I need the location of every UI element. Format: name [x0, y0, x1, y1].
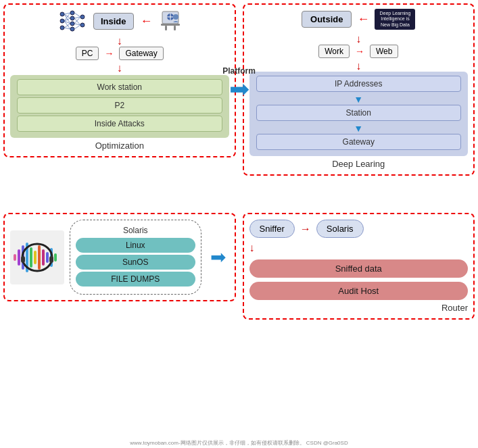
audit-host-label: Audit Host	[338, 286, 379, 296]
pc-box: PC	[76, 47, 99, 60]
sunos-item: SunOS	[76, 255, 195, 270]
svg-point-2	[60, 26, 64, 30]
pc-gateway-row: PC → Gateway	[76, 47, 164, 60]
work-station-label: Work station	[97, 82, 142, 92]
svg-line-23	[74, 25, 80, 29]
dl-down-arrow-1: ↓	[356, 34, 361, 45]
bottom-right-arrow-icon: ➡	[210, 246, 226, 268]
platform-arrow-container: Platform ➡	[222, 66, 256, 101]
file-dumps-item: FILE DUMPS	[76, 272, 195, 287]
audit-host-item: Audit Host	[249, 282, 469, 300]
solaris-section: Solaris Linux SunOS FILE DUMPS	[70, 220, 201, 295]
outside-label: Outside	[310, 14, 343, 24]
arrow-left-icon: ←	[141, 14, 153, 28]
deep-learning-panel: Outside ← Deep Learning Intelligence is …	[243, 3, 475, 176]
work-web-row: Work → Web	[318, 45, 398, 58]
sniff-down-arrow: ↓	[249, 242, 469, 254]
work-station-item: Work station	[17, 79, 222, 95]
svg-rect-43	[54, 253, 57, 262]
web-box: Web	[370, 45, 398, 58]
station-item: Station	[256, 105, 462, 121]
blue-down-arrow-1: ▼	[256, 94, 462, 105]
dl-down-arrow-2: ↓	[356, 61, 361, 72]
sniffer-label: Sniffer	[260, 224, 285, 234]
web-label: Web	[376, 47, 392, 56]
work-box: Work	[318, 45, 350, 58]
gateway-deep-label: Gateway	[343, 137, 375, 147]
gateway-label: Gateway	[125, 49, 157, 58]
solaris-right-box: Solaris	[316, 220, 364, 238]
inside-box: Inside	[93, 13, 134, 30]
svg-rect-39	[38, 245, 41, 270]
solaris-panel: Solaris Linux SunOS FILE DUMPS ➡	[3, 213, 236, 301]
down-arrow-2: ↓	[117, 63, 122, 74]
svg-rect-34	[18, 249, 20, 266]
svg-point-3	[70, 11, 74, 15]
inside-attacks-item: Inside Attacks	[17, 116, 222, 132]
linux-item: Linux	[76, 238, 195, 253]
green-section: Work station P2 Inside Attacks	[10, 75, 229, 138]
optimization-label: Optimization	[95, 141, 144, 151]
gateway-item: Gateway	[256, 134, 462, 150]
outside-box: Outside	[302, 11, 352, 28]
dl-logo-line1: Deep Learning	[378, 11, 412, 16]
outside-arrow-icon: ←	[357, 12, 369, 26]
p2-label: P2	[114, 101, 124, 110]
svg-line-18	[74, 13, 80, 17]
svg-point-1	[60, 19, 64, 23]
svg-rect-30	[174, 26, 176, 30]
sniffer-arrow-icon: →	[300, 223, 311, 235]
deep-learning-label: Deep Learing	[332, 159, 385, 169]
solaris-right-label: Solaris	[327, 224, 354, 234]
solaris-title: Solaris	[123, 226, 148, 235]
work-label: Work	[325, 47, 343, 56]
svg-line-10	[64, 14, 70, 18]
svg-point-6	[70, 27, 74, 31]
inside-label: Inside	[101, 16, 126, 26]
svg-rect-29	[165, 26, 167, 30]
svg-rect-40	[42, 249, 45, 266]
svg-rect-33	[14, 254, 16, 261]
sniff-section: Sniffed data Audit Host	[249, 259, 469, 300]
svg-rect-41	[46, 252, 49, 263]
pc-label: PC	[82, 49, 93, 58]
svg-point-4	[70, 16, 74, 20]
down-arrow-1: ↓	[117, 36, 122, 47]
blue-down-arrow-2: ▼	[256, 123, 462, 134]
platform-arrow-icon: ➡	[229, 77, 249, 101]
svg-point-5	[70, 22, 74, 26]
sunos-label: SunOS	[122, 257, 149, 267]
dl-logo-line2: Intelligence is New Big Data	[378, 16, 412, 28]
work-web-arrow-icon: →	[355, 46, 364, 57]
neural-net-icon	[58, 9, 87, 33]
svg-rect-38	[34, 251, 37, 264]
router-label: Router	[249, 303, 469, 313]
inside-attacks-label: Inside Attacks	[95, 119, 145, 128]
svg-line-16	[64, 24, 70, 28]
platform-label: Platform	[222, 66, 256, 76]
svg-point-31	[173, 14, 178, 20]
svg-rect-28	[161, 24, 180, 26]
ip-addresses-label: IP Addresses	[335, 79, 383, 89]
person-icon	[160, 10, 181, 32]
blue-section: IP Addresses ▼ Station ▼ Gateway	[249, 72, 469, 156]
headphone-image	[10, 230, 64, 284]
file-dumps-label: FILE DUMPS	[111, 274, 160, 284]
svg-point-0	[60, 12, 64, 16]
optimization-panel: Inside ←	[3, 3, 236, 157]
watermark: www.toymoban.com-网络图片仅供展示，非仔细，如有侵权请联系删除。…	[0, 439, 478, 447]
inside-row: Inside ←	[10, 9, 229, 33]
gateway-box: Gateway	[119, 47, 163, 60]
sniffer-box: Sniffer	[249, 220, 295, 238]
outside-row: Outside ← Deep Learning Intelligence is …	[249, 9, 469, 30]
p2-item: P2	[17, 97, 222, 114]
right-arrow-icon: →	[104, 48, 114, 59]
svg-rect-46	[49, 256, 53, 263]
sniffed-data-item: Sniffed data	[249, 259, 469, 278]
station-label: Station	[346, 108, 371, 118]
sniffer-row: Sniffer → Solaris	[249, 220, 469, 238]
ip-addresses-item: IP Addresses	[256, 76, 462, 92]
svg-point-7	[80, 15, 85, 19]
linux-label: Linux	[126, 241, 145, 250]
sniffed-data-label: Sniffed data	[335, 264, 382, 274]
